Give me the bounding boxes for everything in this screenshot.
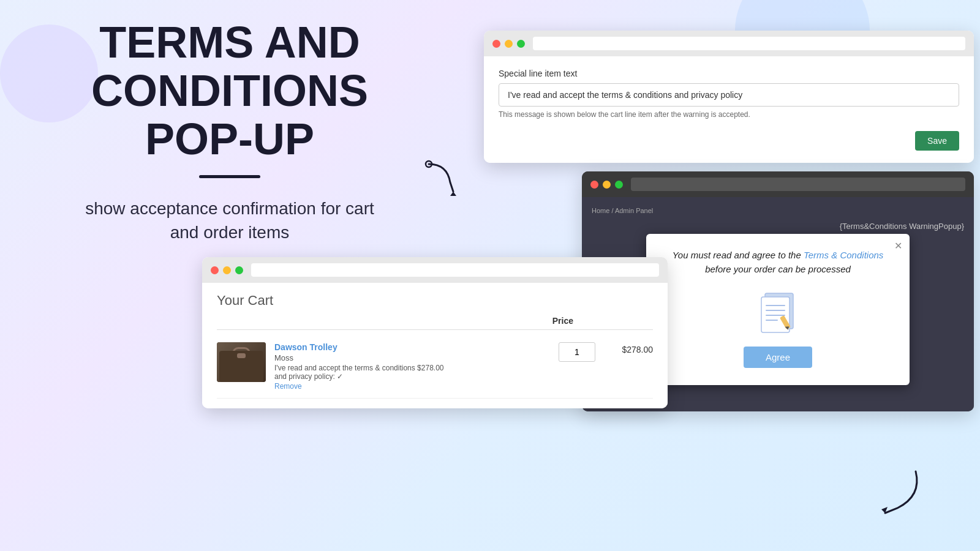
price-header: Price (552, 316, 573, 326)
arrow-2 (873, 465, 928, 520)
left-panel: TERMS AND CONDITIONS POP-UP show accepta… (31, 18, 429, 244)
price-inline: $278.00 (417, 364, 443, 372)
settings-addressbar (533, 37, 965, 50)
cart-addressbar (251, 263, 659, 277)
settings-browser-window: Special line item text This message is s… (484, 31, 974, 163)
cart-browser-window: Your Cart Price Dawson Trolley Moss I've… (202, 257, 668, 408)
dark-dot-yellow (603, 181, 611, 189)
item-variant: Moss (274, 353, 550, 362)
modal-close-button[interactable]: ✕ (894, 240, 902, 252)
cart-item-image (217, 342, 266, 382)
bag-shape (217, 342, 266, 382)
terms-text: I've read and accept the terms & conditi… (274, 364, 415, 372)
dark-breadcrumb: Home / Admin Panel (592, 207, 964, 214)
special-line-item-input[interactable] (499, 83, 959, 107)
cart-dot-red (211, 266, 219, 274)
agree-button[interactable]: Agree (744, 347, 812, 368)
subtitle: show acceptance confirmation for cartand… (31, 197, 429, 244)
cart-titlebar (202, 257, 668, 283)
terms-link[interactable]: Terms & Conditions (804, 250, 883, 260)
dark-addressbar (631, 178, 965, 191)
title-line1: TERMS AND (99, 18, 360, 67)
quantity-input[interactable] (559, 342, 595, 362)
dark-titlebar (582, 171, 974, 197)
terms-modal: ✕ You must read and agree to the Terms &… (646, 234, 910, 385)
settings-titlebar (484, 31, 974, 56)
main-title: TERMS AND CONDITIONS POP-UP (31, 18, 429, 164)
save-button[interactable]: Save (915, 131, 959, 151)
cart-title: Your Cart (217, 293, 653, 309)
modal-text-before: You must read and agree to the (673, 250, 804, 260)
cart-header-row: Price (217, 316, 653, 330)
cart-dot-green (235, 266, 243, 274)
cart-item-details: Dawson Trolley Moss I've read and accept… (274, 342, 550, 391)
dot-yellow (505, 40, 513, 48)
settings-content: Special line item text This message is s… (484, 56, 974, 163)
title-underline (199, 175, 260, 178)
modal-text-after: before your order can be processed (705, 264, 851, 274)
cart-item-row: Dawson Trolley Moss I've read and accept… (217, 335, 653, 399)
title-line3: POP-UP (145, 114, 314, 163)
dot-red (492, 40, 500, 48)
item-terms-line: I've read and accept the terms & conditi… (274, 364, 550, 372)
cart-price-col: $278.00 (604, 342, 653, 354)
document-icon (756, 288, 799, 334)
dark-dot-red (590, 181, 598, 189)
privacy-line: and privacy policy: ✓ (274, 372, 550, 381)
save-btn-row: Save (499, 131, 959, 151)
arrow-1 (417, 158, 466, 207)
svg-marker-8 (450, 192, 456, 196)
dark-dot-green (615, 181, 623, 189)
remove-link[interactable]: Remove (274, 382, 550, 391)
dark-page-title: {Terms&Conditions WarningPopup} (592, 222, 964, 231)
bag-clasp (237, 353, 246, 358)
title-line2: CONDITIONS (91, 66, 368, 115)
field-label: Special line item text (499, 69, 959, 78)
modal-icon-area (663, 288, 892, 334)
cart-qty-col (559, 342, 595, 362)
dot-green (517, 40, 525, 48)
cart-dot-yellow (223, 266, 231, 274)
bag-body (219, 351, 263, 382)
item-name: Dawson Trolley (274, 342, 550, 352)
modal-message: You must read and agree to the Terms & C… (663, 249, 892, 276)
field-hint: This message is shown below the cart lin… (499, 110, 959, 119)
cart-body: Your Cart Price Dawson Trolley Moss I've… (202, 283, 668, 408)
